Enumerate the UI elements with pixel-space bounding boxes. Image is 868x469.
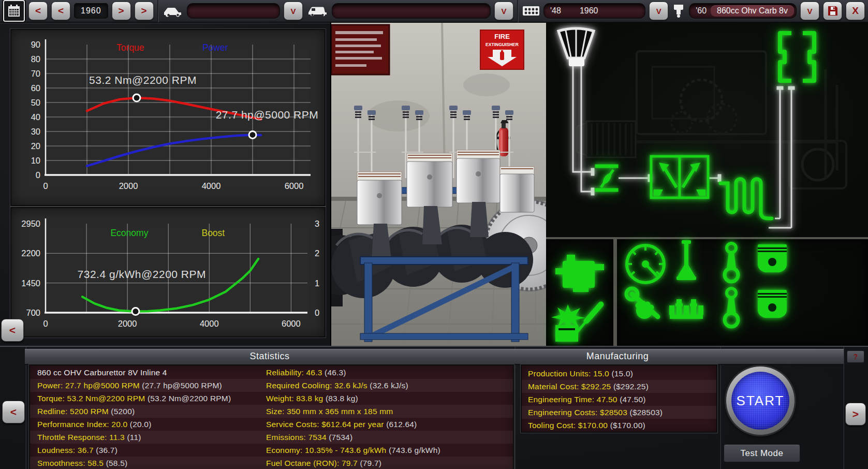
trim-dropdown-button[interactable]: V bbox=[494, 2, 513, 20]
economy-boost-chart-svg: 70014502200295001230200040006000EconomyB… bbox=[11, 208, 325, 336]
panel-divider bbox=[843, 347, 844, 469]
svg-text:1450: 1450 bbox=[21, 279, 40, 288]
bottom-panel: Statistics Manufacturing ? < > 860 cc OH… bbox=[0, 346, 868, 469]
engine-family-select[interactable]: '48 1960 bbox=[543, 3, 645, 19]
stat-paren: (83.8 kg) bbox=[326, 394, 358, 403]
camshaft-icon[interactable] bbox=[669, 299, 703, 319]
manufacturing-header: Manufacturing bbox=[586, 351, 649, 362]
stat-text: Production Units: 15.0 bbox=[528, 369, 609, 378]
piston-icon-top[interactable] bbox=[758, 244, 787, 272]
stat-text: Reliability: 46.3 bbox=[266, 368, 322, 377]
engine-block-outline-icon[interactable] bbox=[780, 33, 814, 81]
engine-family-dropdown-button[interactable]: V bbox=[649, 2, 668, 20]
manufacturing-row: Production Units: 15.0 (15.0) bbox=[522, 367, 716, 380]
stat-row: Power: 27.7 hp@5000 RPM (27.7 hp@5000 RP… bbox=[30, 379, 513, 392]
stat-text: Engineering Time: 47.50 bbox=[528, 395, 617, 404]
engine-schematic-svg bbox=[546, 23, 868, 237]
model-dropdown-button[interactable]: V bbox=[284, 2, 303, 20]
engine-block-icon bbox=[522, 5, 540, 17]
engine-status-iconbox bbox=[546, 239, 613, 346]
svg-text:53.2 Nm@2200 RPM: 53.2 Nm@2200 RPM bbox=[89, 74, 197, 86]
svg-text:0: 0 bbox=[43, 181, 48, 190]
carburetor-icon[interactable] bbox=[595, 165, 618, 192]
stat-text: Throttle Response: 11.3 bbox=[37, 433, 125, 442]
valve-icon[interactable] bbox=[676, 240, 696, 280]
svg-text:0: 0 bbox=[315, 308, 319, 317]
stats-back-button[interactable]: < bbox=[2, 401, 25, 423]
engine-variant-year: '60 bbox=[696, 6, 707, 16]
test-mode-button[interactable]: Test Mode bbox=[724, 444, 800, 462]
stat-text: Loudness: 36.7 bbox=[37, 446, 94, 455]
stat-paren: (79.7) bbox=[360, 459, 381, 467]
stat-paren: (11) bbox=[127, 433, 141, 442]
car-icon bbox=[163, 5, 183, 17]
svg-text:0: 0 bbox=[43, 319, 48, 328]
help-button[interactable]: ? bbox=[847, 350, 864, 363]
start-button-core: START bbox=[731, 372, 789, 430]
torque-power-chart: 01020304050607080900200040006000TorquePo… bbox=[10, 29, 326, 206]
svg-text:4000: 4000 bbox=[200, 319, 219, 328]
truck-icon bbox=[306, 4, 328, 18]
chart-back-button[interactable]: < bbox=[1, 319, 24, 342]
svg-text:0: 0 bbox=[36, 170, 40, 180]
stat-paren: ($292.25) bbox=[613, 382, 649, 391]
stat-paren: ($28503) bbox=[630, 408, 663, 417]
stats-forward-button[interactable]: > bbox=[845, 403, 866, 426]
svg-text:90: 90 bbox=[31, 40, 40, 49]
svg-text:30: 30 bbox=[31, 127, 40, 136]
year-prev-button[interactable]: < bbox=[51, 2, 70, 20]
manufacturing-table: Production Units: 15.0 (15.0)Material Co… bbox=[521, 364, 717, 433]
svg-text:60: 60 bbox=[31, 83, 40, 93]
stat-row: 860 cc OHV Carburettor 8V Inline 4 Relia… bbox=[30, 366, 513, 379]
engine-schematic bbox=[546, 23, 868, 237]
svg-text:70: 70 bbox=[31, 69, 40, 78]
year-next-fast-button[interactable]: > bbox=[135, 2, 154, 20]
stat-text: Tooling Cost: $170.00 bbox=[528, 421, 608, 430]
piston-icon bbox=[672, 4, 685, 18]
stat-paren: (20.0) bbox=[130, 420, 152, 429]
screwdriver-icon[interactable] bbox=[572, 304, 601, 338]
year-prev-fast-button[interactable]: < bbox=[28, 2, 48, 20]
conrod-icon[interactable] bbox=[725, 243, 738, 282]
stat-text: Performance Index: 20.0 bbox=[37, 420, 127, 429]
svg-text:6000: 6000 bbox=[285, 181, 304, 190]
svg-text:2950: 2950 bbox=[21, 219, 40, 228]
stat-text: Required Cooling: 32.6 kJ/s bbox=[266, 381, 367, 390]
svg-text:1: 1 bbox=[315, 279, 319, 288]
save-icon bbox=[827, 5, 838, 17]
damage-icon[interactable] bbox=[551, 304, 585, 342]
piston-icon-bottom[interactable] bbox=[758, 290, 787, 318]
stat-paren: (7534) bbox=[329, 433, 352, 442]
year-next-button[interactable]: > bbox=[112, 2, 131, 20]
model-select[interactable] bbox=[187, 3, 280, 19]
stat-paren: (36.7) bbox=[96, 446, 117, 455]
top-toolbar: < < 1960 > > V V '48 1960 V '60 860cc Oh… bbox=[0, 0, 868, 23]
cylinder-head-icon[interactable] bbox=[651, 156, 708, 198]
svg-text:700: 700 bbox=[26, 308, 40, 317]
assembly-wrench-icon[interactable] bbox=[626, 288, 658, 319]
fire-sign-line1: FIRE bbox=[494, 33, 510, 40]
stat-text: Redline: 5200 RPM bbox=[37, 407, 109, 416]
statistics-table: 860 cc OHV Carburettor 8V Inline 4 Relia… bbox=[29, 364, 514, 469]
close-button[interactable]: X bbox=[846, 2, 865, 20]
calendar-button[interactable] bbox=[3, 0, 25, 22]
gauge-icon[interactable] bbox=[627, 245, 664, 283]
engine-variant-dropdown-button[interactable]: V bbox=[800, 2, 819, 20]
stat-text: Power: 27.7 hp@5000 RPM bbox=[37, 381, 140, 390]
exhaust-manifold-icon[interactable] bbox=[720, 179, 772, 218]
economy-boost-chart: 70014502200295001230200040006000EconomyB… bbox=[10, 207, 326, 338]
svg-text:Torque: Torque bbox=[116, 42, 144, 53]
toolbar-separator bbox=[517, 0, 519, 22]
toolbar-separator bbox=[157, 0, 159, 22]
check-engine-icon[interactable] bbox=[555, 255, 604, 292]
engine-family-year: '48 bbox=[550, 6, 561, 16]
svg-text:6000: 6000 bbox=[282, 319, 301, 328]
stat-text: Fuel Octane (RON): 79.7 bbox=[266, 459, 358, 467]
conrod-icon-bottom[interactable] bbox=[725, 288, 738, 327]
statistics-header: Statistics bbox=[249, 351, 289, 362]
trim-select[interactable] bbox=[332, 3, 491, 19]
save-button[interactable] bbox=[823, 2, 842, 20]
engine-variant-select[interactable]: '60 860cc Ohv Carb 8v bbox=[689, 3, 797, 19]
svg-text:27.7 hp@5000 RPM: 27.7 hp@5000 RPM bbox=[216, 109, 319, 121]
start-button[interactable]: START bbox=[726, 367, 795, 435]
